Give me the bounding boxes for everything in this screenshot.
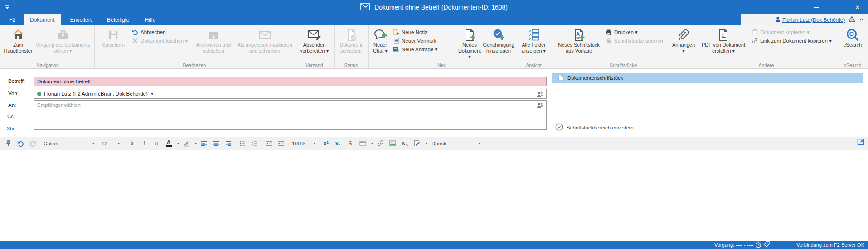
close-button[interactable]: ✕ <box>847 0 868 14</box>
maximize-button[interactable] <box>826 0 847 14</box>
neue-anfrage-button[interactable]: Neue Anfrage ▾ <box>393 45 456 53</box>
redo-icon[interactable] <box>27 138 38 149</box>
group-label-status: Status <box>334 62 368 68</box>
chevron-down-circle-icon <box>555 123 563 132</box>
warning-icon[interactable] <box>849 16 855 24</box>
address-book-icon[interactable] <box>537 102 543 109</box>
font-size-select[interactable]: 12▾ <box>99 139 122 148</box>
drucken-button[interactable]: Drucken ▾ <box>605 28 672 36</box>
undo-icon[interactable] <box>15 138 26 149</box>
absenden-button[interactable]: Absenden vorbereiten ▾ <box>296 26 332 54</box>
expand-attachments-button[interactable]: Schriftstückbereich erweitern <box>555 123 634 132</box>
printer-icon <box>605 29 612 35</box>
vorgang-oeffnen-button[interactable]: Vorgang des Dokuments öffnen ▾ <box>34 26 92 54</box>
abbrechen-button[interactable]: Abbrechen <box>131 28 196 36</box>
neues-dokument-button[interactable]: Neues Dokument ▾ <box>457 26 482 60</box>
von-input[interactable]: Florian Lutz (F2 Admin cBrain, Dok Behör… <box>34 89 547 99</box>
ribbon-tab-row: F2 Dokument Erweitert Beteiligte Hilfe <box>0 14 741 25</box>
neue-notiz-button[interactable]: Neue Notiz <box>393 28 456 36</box>
numbered-list-icon[interactable]: 12 <box>249 138 260 149</box>
outdent-icon[interactable] <box>263 138 274 149</box>
dokument-schliessen-button[interactable]: Dokument schließen <box>336 26 366 54</box>
format-painter-icon[interactable] <box>3 138 14 149</box>
copy-doc-icon <box>751 29 758 35</box>
tab-erweitert[interactable]: Erweitert <box>64 14 98 25</box>
superscript-button[interactable]: x² <box>320 138 331 149</box>
neuer-vermerk-button[interactable]: Neuer Vermerk <box>393 37 456 44</box>
group-label-andere: Andere <box>695 62 838 68</box>
underline-button[interactable]: u <box>151 138 162 149</box>
betreff-input[interactable]: Dokument ohne Betreff <box>34 77 547 86</box>
group-label-ansicht: Ansicht <box>516 62 552 68</box>
align-left-icon[interactable] <box>199 138 209 149</box>
sperren-button[interactable]: Schriftstücke sperren <box>605 37 672 44</box>
xbc-link[interactable]: Xbc <box>6 126 15 131</box>
bullet-list-icon[interactable] <box>237 138 248 149</box>
subscript-button[interactable]: x₂ <box>333 138 344 149</box>
link-icon <box>751 37 758 44</box>
stopwatch-icon[interactable] <box>755 241 761 249</box>
font-color-button[interactable]: A <box>163 138 174 149</box>
dokument-loeschen-button[interactable]: Dokument löschen ▾ <box>131 37 196 44</box>
font-size-value: 12 <box>102 141 107 146</box>
spellcheck-icon[interactable]: A <box>399 138 410 149</box>
presence-dot <box>37 92 41 96</box>
minimize-button[interactable] <box>805 0 826 14</box>
bold-button[interactable]: b <box>126 138 137 149</box>
genehmigung-button[interactable]: Genehmigung hinzufügen <box>483 26 514 54</box>
font-family-select[interactable]: Calibri▾ <box>41 139 97 148</box>
anhaengen-button[interactable]: Anhängen ▾ <box>673 26 694 54</box>
align-center-icon[interactable] <box>211 138 222 149</box>
expand-editor-icon[interactable] <box>857 139 864 147</box>
undo-icon <box>131 29 138 35</box>
attachment-row-selected[interactable]: Dokumentenschriftstück <box>552 73 863 83</box>
tab-f2[interactable]: F2 <box>4 14 21 25</box>
collapse-ribbon-icon[interactable] <box>859 16 864 24</box>
zum-hauptfenster-button[interactable]: Zum Hauptfenster <box>4 26 33 54</box>
ungelesen-button[interactable]: Als ungelesen markieren und schließen <box>237 26 293 54</box>
chevron-down-icon[interactable]: ▾ <box>371 141 373 145</box>
font-color-bar <box>166 145 172 147</box>
neues-schriftstueck-button[interactable]: A Neues Schriftstück aus Vorlage <box>553 26 604 54</box>
user-link[interactable]: Florian Lutz (Dok Behörde) <box>775 16 845 23</box>
tag-icon[interactable] <box>763 241 770 249</box>
ribbon-group-neu: Neuer Chat ▾ Neue Notiz Neuer Vermerk Ne… <box>368 25 516 68</box>
tab-dokument[interactable]: Dokument <box>24 14 61 25</box>
zoom-select[interactable]: 100%▾ <box>290 139 318 148</box>
csearch-button[interactable]: cSearch <box>839 26 866 48</box>
signature-icon[interactable] <box>412 138 422 149</box>
envelope-icon <box>360 2 370 13</box>
italic-button[interactable]: i <box>139 138 150 149</box>
sperren-label: Schriftstücke sperren <box>614 38 663 43</box>
chevron-down-icon[interactable]: ▾ <box>177 141 179 145</box>
archivieren-button[interactable]: Archivieren und schließen <box>191 26 236 54</box>
language-select[interactable]: Dansk▾ <box>429 139 483 148</box>
indent-icon[interactable] <box>276 138 286 149</box>
tab-beteiligte[interactable]: Beteiligte <box>101 14 136 25</box>
editor-body[interactable] <box>0 150 868 241</box>
tab-hilfe[interactable]: Hilfe <box>138 14 162 25</box>
address-book-icon[interactable] <box>537 91 543 98</box>
link-kopieren-button[interactable]: Link zum Dokument kopieren ▾ <box>751 37 835 44</box>
table-icon[interactable] <box>357 138 368 149</box>
ribbon-group-csearch: cSearch cSearch <box>838 25 868 68</box>
lock-icon <box>605 37 612 44</box>
neuer-vermerk-label: Neuer Vermerk <box>402 38 436 43</box>
chevron-down-icon[interactable]: ▾ <box>426 141 427 145</box>
an-input[interactable]: Empfänger wählen <box>34 100 547 130</box>
dokument-kopieren-button[interactable]: Dokument kopieren ▾ <box>751 28 835 36</box>
neuer-chat-label: Neuer Chat ▾ <box>369 42 392 54</box>
strikethrough-button[interactable]: S <box>345 138 356 149</box>
neuer-chat-button[interactable]: Neuer Chat ▾ <box>369 26 392 54</box>
ribbon-group-status: Dokument schließen Status <box>334 25 369 68</box>
pdf-button[interactable]: PDF von Dokument erstellen ▾ <box>697 26 750 54</box>
chevron-down-icon[interactable]: ▾ <box>195 141 197 145</box>
cc-link[interactable]: Cc <box>7 114 14 119</box>
insert-image-icon[interactable] <box>387 138 398 149</box>
von-label: Von: <box>8 91 19 96</box>
align-right-icon[interactable] <box>223 138 234 149</box>
highlighter-icon[interactable] <box>181 138 192 149</box>
insert-link-icon[interactable] <box>375 138 386 149</box>
alle-felder-button[interactable]: Alle Felder anzeigen ▾ <box>517 26 550 54</box>
speichern-button[interactable]: Speichern <box>97 26 130 48</box>
